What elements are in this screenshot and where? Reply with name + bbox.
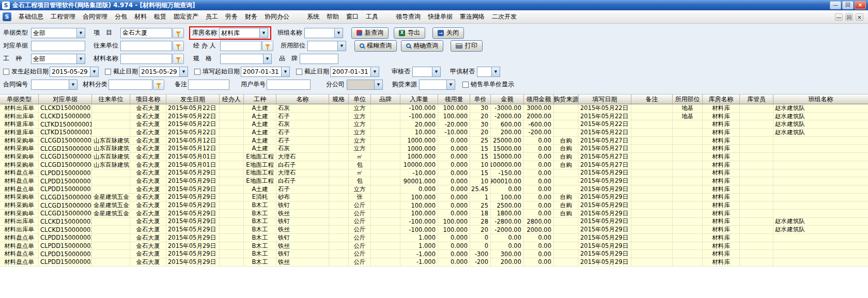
chevron-down-icon[interactable]: ▼ [76,28,85,38]
column-header[interactable]: 单据类型 [0,95,39,104]
table-row[interactable]: 材料采购单CLCGD150000006金星建筑五金金石大厦2015年05月29日… [0,194,868,202]
table-row[interactable]: 材料采购单CLCGD150000004山东百脉建筑金石大厦2015年05月12日… [0,145,868,153]
table-row[interactable]: 材料退库单CLTKD150000001金石大厦2015年05月22日A土建石灰立… [0,120,868,129]
fill-end-date-select[interactable]: 2007-01-31 ▼ [330,67,379,77]
chevron-down-icon[interactable]: ▼ [281,67,289,76]
column-header[interactable]: 项目名称 [130,95,166,104]
fill-start-date-select[interactable]: 2007-01-31 ▼ [241,67,290,77]
column-header[interactable]: 往来单位 [92,95,130,104]
menu-item-7[interactable]: 固定资产 [170,10,202,23]
minimize-button[interactable]: — [830,1,841,9]
ref-bill-input[interactable] [31,41,85,51]
brand-input[interactable] [300,54,338,64]
column-header[interactable]: 库管员 [740,95,773,104]
menu-item-14[interactable]: 窗口 [343,10,362,23]
table-row[interactable]: 材料盘点单CLPDD150000001金石大厦2015年05月29日E地面工程大… [0,169,868,178]
bill-type-select[interactable]: 全部 ▼ [31,28,85,38]
occur-start-checkbox[interactable] [3,69,9,75]
chevron-down-icon[interactable]: ▼ [76,54,85,64]
chevron-down-icon[interactable]: ▼ [370,67,379,76]
occur-end-checkbox[interactable] [105,69,111,75]
menu-item-2[interactable]: 工程管理 [47,10,79,23]
table-row[interactable]: 材料出库单CLCKD150000002金石大厦2015年05月29日B木工铁丝公… [0,226,868,234]
project-input[interactable] [120,28,172,38]
remark-input[interactable] [188,80,229,90]
menu-item-16[interactable]: 领导查询 [392,10,424,23]
chevron-down-icon[interactable]: ▼ [90,67,98,76]
column-header[interactable]: 备注 [631,95,673,104]
column-header[interactable]: 领用金额 [524,95,554,104]
print-button[interactable]: 打印 [451,40,483,52]
audited-select[interactable]: ▼ [412,67,441,77]
spec-select[interactable]: ▼ [220,54,272,64]
warehouse-select[interactable]: 材料库 ▼ [219,28,268,38]
column-header[interactable]: 规格 [329,95,349,104]
table-row[interactable]: 材料采购单CLCGD150000005山东百脉建筑金石大厦2015年05月01日… [0,153,868,161]
column-header[interactable]: 单价 [470,95,491,104]
restore-button[interactable]: 回 [842,1,854,9]
occur-start-date-select[interactable]: 2015-05-29 ▼ [50,67,99,77]
menu-item-11[interactable]: 协同办公 [261,10,293,23]
table-row[interactable]: 材料采购单CLCGD150000004山东百脉建筑金石大厦2015年05月12日… [0,137,868,145]
table-row[interactable]: 材料盘点单CLPDD150000001金石大厦2015年05月29日E地面工程白… [0,177,868,185]
menu-item-6[interactable]: 租赁 [150,10,170,23]
menu-item-18[interactable]: 重连网络 [456,10,488,23]
branch-select[interactable]: ▼ [347,80,383,90]
owner-supplied-select[interactable]: ▼ [477,67,500,77]
table-row[interactable]: 材料盘点单CLPDD150000002金石大厦2015年05月29日B木工铁丝公… [0,242,868,250]
column-header[interactable]: 发生日期 [166,95,220,104]
material-name-lookup-button[interactable] [173,54,184,64]
menu-item-4[interactable]: 分包 [111,10,131,23]
column-header[interactable]: 金额 [491,95,524,104]
menu-item-15[interactable]: 工具 [362,10,382,23]
close-query-button[interactable]: → 关闭 [432,27,464,39]
chevron-down-icon[interactable]: ▼ [432,67,440,76]
work-type-select[interactable]: 全部 ▼ [31,54,85,64]
table-row[interactable]: 材料盘点单CLPDD150000002金石大厦2015年05月29日B木工铁钉公… [0,234,868,242]
partner-lookup-button[interactable] [173,41,184,51]
chevron-down-icon[interactable]: ▼ [374,80,382,89]
menu-item-13[interactable]: 帮助 [323,10,343,23]
fill-start-checkbox-group[interactable]: 填写起始日期 [194,67,240,76]
purchase-source-select[interactable]: ▼ [419,80,455,90]
menu-item-17[interactable]: 快捷单据 [424,10,456,23]
sales-price-display-checkbox[interactable] [462,82,469,88]
team-select[interactable]: ▼ [304,28,343,38]
mdi-minimize-button[interactable]: — [835,13,843,21]
table-row[interactable]: 材料盘点单CLPDD150000003金石大厦2015年05月29日B木工铁丝公… [0,258,868,266]
new-query-button[interactable]: 新查询 [351,27,389,39]
menu-item-5[interactable]: 材料 [131,10,150,23]
column-header[interactable]: 所用部位 [673,95,703,104]
menu-item-9[interactable]: 劳务 [222,10,241,23]
chevron-down-icon[interactable]: ▼ [491,67,500,76]
table-row[interactable]: 材料采购单CLCGD150000006金星建筑五金金石大厦2015年05月29日… [0,201,868,210]
column-header[interactable]: 工种 [244,95,276,104]
fill-end-checkbox[interactable] [296,69,302,75]
menu-item-8[interactable]: 员工 [202,10,222,23]
project-lookup-button[interactable] [173,28,184,38]
handler-lookup-button[interactable] [262,41,273,51]
table-row[interactable]: 材料采购单CLCGD150000005山东百脉建筑金石大厦2015年05月01日… [0,161,868,169]
menu-item-3[interactable]: 合同管理 [79,10,111,23]
chevron-down-icon[interactable]: ▼ [179,67,188,76]
table-row[interactable]: 材料盘点单CLPDD150000003金石大厦2015年05月29日B木工铁钉公… [0,250,868,258]
table-row[interactable]: 材料采购单CLCGD150000006金星建筑五金金石大厦2015年05月29日… [0,210,868,218]
contract-no-select[interactable]: ▼ [31,80,78,90]
table-row[interactable]: 材料退库单CLTKD150000001金石大厦2015年05月22日A土建石子立… [0,129,868,137]
material-class-lookup-button[interactable] [153,80,164,90]
column-header[interactable]: 经办人 [220,95,244,104]
chevron-down-icon[interactable]: ▼ [337,41,346,51]
column-header[interactable]: 填写日期 [579,95,631,104]
column-header[interactable]: 班组名称 [773,95,868,104]
material-class-input[interactable] [109,80,152,90]
column-header[interactable]: 购货来源 [554,95,579,104]
column-header[interactable]: 品牌 [371,95,400,104]
table-row[interactable]: 材料盘点单CLPDD150000001金石大厦2015年05月29日A土建石子立… [0,185,868,194]
column-header[interactable]: 单位 [349,95,371,104]
menu-item-1[interactable]: 基础信息 [15,10,47,23]
material-name-input[interactable] [120,54,172,64]
fuzzy-query-button[interactable]: 模糊查询 [354,40,397,52]
close-window-button[interactable]: × [855,1,866,9]
column-header[interactable]: 对应单据 [39,95,92,104]
sales-price-display-checkbox-group[interactable]: 销售单单价显示 [462,80,514,89]
